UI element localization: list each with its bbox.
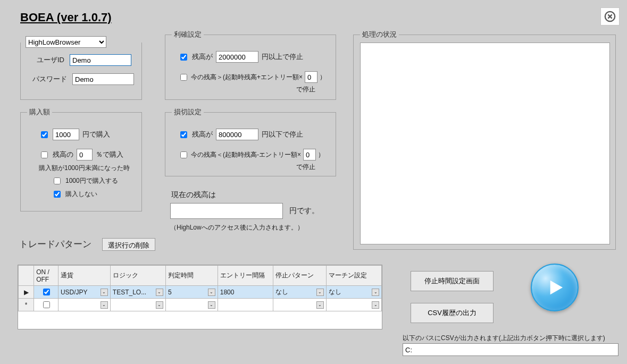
grid-cell-dropdown[interactable]: ⌄ [168,301,215,309]
chevron-down-icon: ⌄ [156,301,163,309]
password-input[interactable] [72,73,134,85]
loss-balance-prefix: 残高が [192,130,213,139]
amount-legend: 購入額 [27,107,52,117]
close-icon [604,11,616,22]
amount-fallback-label: 購入額が1000円未満になった時 [39,164,135,173]
row-marker[interactable]: * [19,299,34,311]
profit-calc-prefix: 今の残高＞(起動時残高+エントリー額× [191,73,303,82]
csv-export-button[interactable]: CSV履歴の出力 [411,303,494,323]
chevron-down-icon: ⌄ [101,289,108,296]
balance-note: （HighLowへのアクセス後に入力されます。） [170,223,304,232]
play-button[interactable] [531,264,579,311]
amount-fixed-input[interactable] [53,129,79,140]
chevron-down-icon: ⌄ [208,289,215,296]
profit-balance-prefix: 残高が [192,52,213,62]
status-log-box [360,43,610,244]
loss-calc-suffix2: で停止 [172,163,315,172]
row-interval[interactable]: 1800 [218,286,273,299]
grid-cell-dropdown[interactable]: ⌄ [329,301,379,309]
balance-input[interactable] [170,203,283,219]
amount-pct-checkbox[interactable] [41,151,48,158]
grid-cell-dropdown[interactable]: なし⌄ [275,287,324,297]
row-on-checkbox[interactable] [43,301,50,308]
amount-fallback-1000-label: 1000円で購入する [65,176,118,185]
chevron-down-icon: ⌄ [372,289,379,296]
amount-fallback-none-label: 購入しない [65,190,97,199]
loss-legend: 損切設定 [172,107,204,117]
balance-suffix: 円です。 [289,206,319,216]
loss-balance-suffix: 円以下で停止 [262,130,303,139]
profit-balance-suffix: 円以上で停止 [262,52,303,62]
grid-cell-dropdown[interactable]: ⌄ [113,301,163,309]
status-legend: 処理の状況 [360,30,399,39]
col-martin[interactable]: マーチン設定 [326,266,381,286]
amount-fixed-checkbox[interactable] [41,131,48,138]
col-onoff[interactable]: ON / OFF [34,266,58,286]
user-id-input[interactable] [70,54,131,66]
pattern-label: トレードパターン [19,238,91,250]
balance-label: 現在の残高は [171,190,216,200]
loss-balance-checkbox[interactable] [180,131,187,138]
loss-calc-input[interactable] [303,149,316,160]
csv-note: 以下のパスにCSVが出力されます(上記出力ボタン押下時に選択します) [403,334,605,343]
col-currency[interactable]: 通貨 [58,266,110,286]
col-interval[interactable]: エントリー間隔 [218,266,273,286]
profit-group: 利確設定 残高が 円以上で停止 今の残高＞(起動時残高+エントリー額× ） で停… [165,30,336,100]
amount-fallback-none-checkbox[interactable] [54,191,61,198]
login-group: ユーザID パスワード [20,43,142,100]
amount-pct-input[interactable] [77,149,93,160]
row-marker[interactable]: ▶ [19,286,34,299]
delete-row-button[interactable]: 選択行の削除 [102,238,155,251]
chevron-down-icon: ⌄ [156,289,163,296]
profit-balance-input[interactable] [216,51,258,63]
profit-balance-checkbox[interactable] [180,54,187,61]
profit-calc-suffix1: ） [320,73,326,82]
loss-group: 損切設定 残高が 円以下で停止 今の残高＜(起動時残高-エントリー額× ） で停… [165,107,336,176]
col-stop[interactable]: 停止パターン [273,266,326,286]
stop-time-button[interactable]: 停止時間設定画面 [411,271,494,291]
grid-cell-dropdown[interactable]: 5⌄ [168,289,215,296]
row-interval[interactable] [218,299,273,311]
amount-fixed-suffix: 円で購入 [82,130,110,139]
chevron-down-icon: ⌄ [316,301,324,309]
profit-legend: 利確設定 [172,30,204,39]
chevron-down-icon: ⌄ [372,301,379,309]
amount-pct-prefix: 残高の [53,150,73,159]
loss-balance-input[interactable] [216,129,258,140]
grid-cell-dropdown[interactable]: なし⌄ [329,287,379,297]
col-time[interactable]: 判定時間 [165,266,218,286]
pattern-grid[interactable]: ON / OFF 通貨 ロジック 判定時間 エントリー間隔 停止パターン マーチ… [18,265,382,329]
user-id-label: ユーザID [37,55,64,65]
profit-calc-input[interactable] [305,71,317,83]
amount-pct-suffix: ％で購入 [96,150,123,159]
loss-calc-prefix: 今の残高＜(起動時残高-エントリー額× [191,150,301,159]
loss-calc-suffix1: ） [318,150,324,159]
grid-corner [19,266,34,286]
play-icon [544,277,565,298]
grid-cell-dropdown[interactable]: ⌄ [275,301,324,309]
password-label: パスワード [32,74,67,84]
app-title: BOEA (ver 1.0.7) [20,11,112,24]
close-button[interactable] [600,7,620,26]
chevron-down-icon: ⌄ [208,301,215,309]
col-logic[interactable]: ロジック [110,266,165,286]
csv-path-input[interactable] [403,343,618,356]
grid-cell-dropdown[interactable]: ⌄ [61,301,108,309]
chevron-down-icon: ⌄ [316,289,324,296]
profit-calc-suffix2: で停止 [172,85,315,94]
grid-cell-dropdown[interactable]: TEST_LO...⌄ [113,289,163,296]
amount-fallback-1000-checkbox[interactable] [54,177,61,184]
grid-cell-dropdown[interactable]: USD/JPY⌄ [61,289,108,296]
amount-group: 購入額 円で購入 残高の ％で購入 購入額が1000円未満になった時 1000円… [20,107,142,211]
chevron-down-icon: ⌄ [101,301,108,309]
profit-calc-checkbox[interactable] [180,74,187,81]
loss-calc-checkbox[interactable] [180,151,187,158]
row-on-checkbox[interactable] [43,289,50,295]
